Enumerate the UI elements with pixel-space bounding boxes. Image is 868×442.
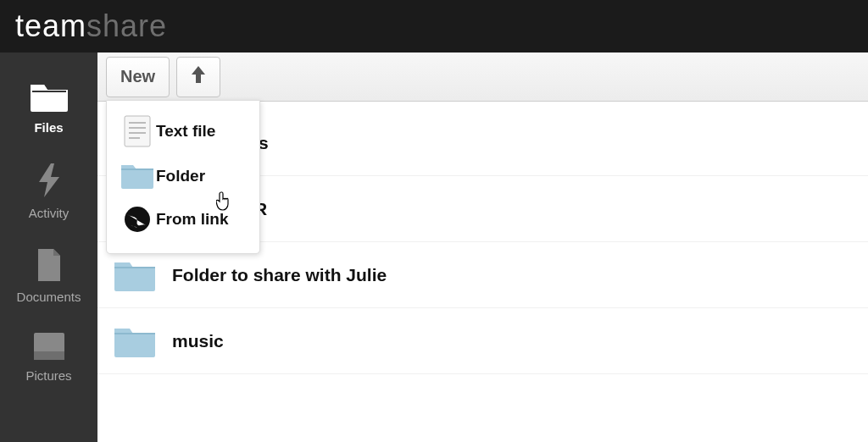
upload-arrow-icon [189,64,208,89]
app-header: teamshare [0,0,868,52]
sidebar-item-files[interactable]: Files [0,68,97,150]
new-button[interactable]: New [106,57,170,97]
upload-button[interactable] [176,57,220,97]
sidebar-item-label: Activity [0,206,97,220]
file-row[interactable]: music [97,308,868,374]
new-menu-folder[interactable]: Folder [107,155,259,197]
menu-item-label: Folder [156,167,205,185]
folder-item-icon [113,323,172,359]
folder-menu-icon [119,162,156,191]
picture-icon [0,331,97,362]
file-name: music [172,331,224,351]
folder-item-icon [113,257,172,293]
lightning-icon [0,162,97,199]
menu-item-label: From link [156,210,229,229]
sidebar-item-documents[interactable]: Documents [0,235,97,319]
svg-rect-1 [34,351,64,360]
file-name: Folder to share with Julie [172,265,387,285]
svg-rect-2 [125,116,150,146]
sidebar-item-activity[interactable]: Activity [0,150,97,235]
document-icon [0,247,97,283]
text-file-icon [119,114,156,148]
svg-point-7 [125,207,150,232]
sidebar-item-label: Files [0,120,97,135]
logo-part2: share [86,8,167,44]
sidebar-item-label: Pictures [0,368,97,383]
new-menu: Text file Folder From link [106,100,260,254]
sidebar-item-pictures[interactable]: Pictures [0,319,97,398]
sidebar: Files Activity Documents Pictures [0,52,97,442]
folder-icon [0,80,97,113]
toolbar: New [97,52,868,102]
menu-item-label: Text file [156,122,215,141]
logo-part1: team [15,8,86,44]
sidebar-item-label: Documents [0,290,97,304]
new-button-label: New [120,67,155,86]
new-menu-text-file[interactable]: Text file [107,108,259,155]
globe-icon [119,204,156,235]
new-menu-from-link[interactable]: From link [107,197,259,241]
